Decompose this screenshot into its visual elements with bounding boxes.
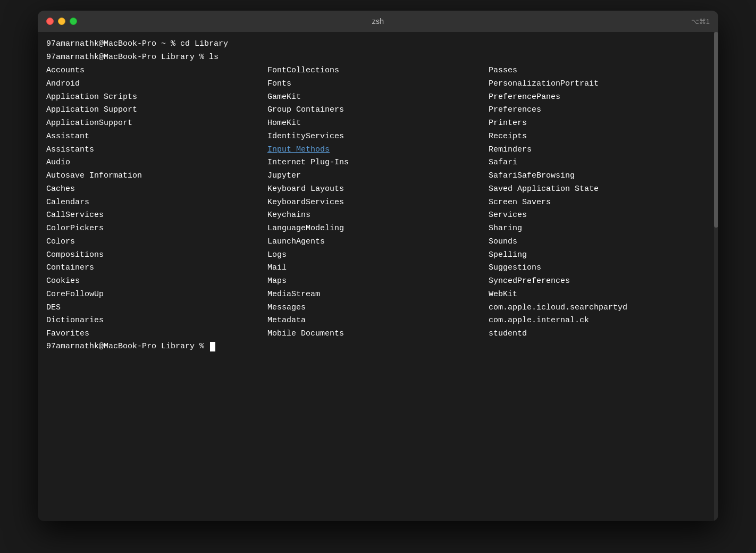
scrollbar-track[interactable] [714, 32, 718, 521]
ls-item: Favorites [46, 328, 267, 341]
ls-item: Preferences [489, 104, 710, 117]
ls-item: PersonalizationPortrait [489, 78, 710, 91]
ls-item[interactable]: Input Methods [267, 144, 489, 157]
ls-item: Maps [267, 275, 489, 288]
ls-item: Mail [267, 262, 489, 275]
ls-item: Keyboard Layouts [267, 183, 489, 196]
ls-item: ColorPickers [46, 222, 267, 236]
ls-item: Services [489, 209, 710, 222]
ls-item: Metadata [267, 314, 489, 328]
ls-item: Reminders [489, 144, 710, 157]
ls-item: DES [46, 301, 267, 315]
ls-item: Suggestions [489, 262, 710, 275]
prompt-line-3: 97amarnathk@MacBook-Pro Library % [46, 341, 710, 353]
ls-item: com.apple.icloud.searchpartyd [489, 301, 710, 315]
ls-item: WebKit [489, 288, 710, 301]
ls-item: Group Containers [267, 104, 489, 117]
ls-item: IdentityServices [267, 130, 489, 144]
ls-item: Containers [46, 262, 267, 275]
ls-item: CoreFollowUp [46, 288, 267, 301]
ls-item: com.apple.internal.ck [489, 314, 710, 328]
ls-item: PreferencePanes [489, 91, 710, 104]
ls-item: Internet Plug-Ins [267, 156, 489, 170]
traffic-lights [46, 18, 77, 25]
ls-item: Logs [267, 249, 489, 262]
ls-item: Messages [267, 301, 489, 315]
ls-item: LanguageModeling [267, 222, 489, 236]
terminal-body[interactable]: 97amarnathk@MacBook-Pro ~ % cd Library 9… [38, 32, 718, 521]
scrollbar-thumb[interactable] [714, 32, 718, 228]
ls-item: SyncedPreferences [489, 275, 710, 288]
ls-item: Saved Application State [489, 183, 710, 196]
ls-item: Keychains [267, 209, 489, 222]
ls-item: HomeKit [267, 117, 489, 130]
ls-item: Passes [489, 64, 710, 78]
ls-item: Colors [46, 236, 267, 249]
ls-item: Sounds [489, 236, 710, 249]
ls-item: Jupyter [267, 170, 489, 183]
ls-item: Fonts [267, 78, 489, 91]
ls-item: Application Support [46, 104, 267, 117]
ls-item: LaunchAgents [267, 236, 489, 249]
ls-item: KeyboardServices [267, 196, 489, 210]
ls-item: ApplicationSupport [46, 117, 267, 130]
ls-item: Dictionaries [46, 314, 267, 328]
prompt-line-2: 97amarnathk@MacBook-Pro Library % ls [46, 52, 710, 64]
ls-item: Receipts [489, 130, 710, 144]
ls-item: studentd [489, 328, 710, 341]
ls-item: GameKit [267, 91, 489, 104]
ls-item: Spelling [489, 249, 710, 262]
ls-item: Compositions [46, 249, 267, 262]
prompt-line-1: 97amarnathk@MacBook-Pro ~ % cd Library [46, 38, 710, 51]
ls-item: Safari [489, 156, 710, 170]
ls-item: MediaStream [267, 288, 489, 301]
ls-item: Audio [46, 156, 267, 170]
ls-item: Screen Savers [489, 196, 710, 210]
ls-item: Android [46, 78, 267, 91]
close-button[interactable] [46, 18, 54, 25]
ls-item: Accounts [46, 64, 267, 78]
window-title: zsh [372, 17, 384, 26]
ls-item: CallServices [46, 209, 267, 222]
keyboard-shortcut: ⌥⌘1 [691, 18, 710, 26]
cursor [210, 342, 215, 351]
ls-item: Printers [489, 117, 710, 130]
ls-item: Sharing [489, 222, 710, 236]
ls-item: Application Scripts [46, 91, 267, 104]
title-bar: zsh ⌥⌘1 [38, 11, 718, 32]
ls-item: Cookies [46, 275, 267, 288]
ls-item: Assistants [46, 144, 267, 157]
ls-output: AccountsFontCollectionsPassesAndroidFont… [46, 64, 710, 341]
ls-item: Mobile Documents [267, 328, 489, 341]
ls-item: Calendars [46, 196, 267, 210]
ls-item: FontCollections [267, 64, 489, 78]
minimize-button[interactable] [58, 18, 65, 25]
ls-item: Caches [46, 183, 267, 196]
terminal-window: zsh ⌥⌘1 97amarnathk@MacBook-Pro ~ % cd L… [38, 11, 718, 521]
maximize-button[interactable] [70, 18, 77, 25]
ls-item: Autosave Information [46, 170, 267, 183]
ls-item: Assistant [46, 130, 267, 144]
ls-item: SafariSafeBrowsing [489, 170, 710, 183]
